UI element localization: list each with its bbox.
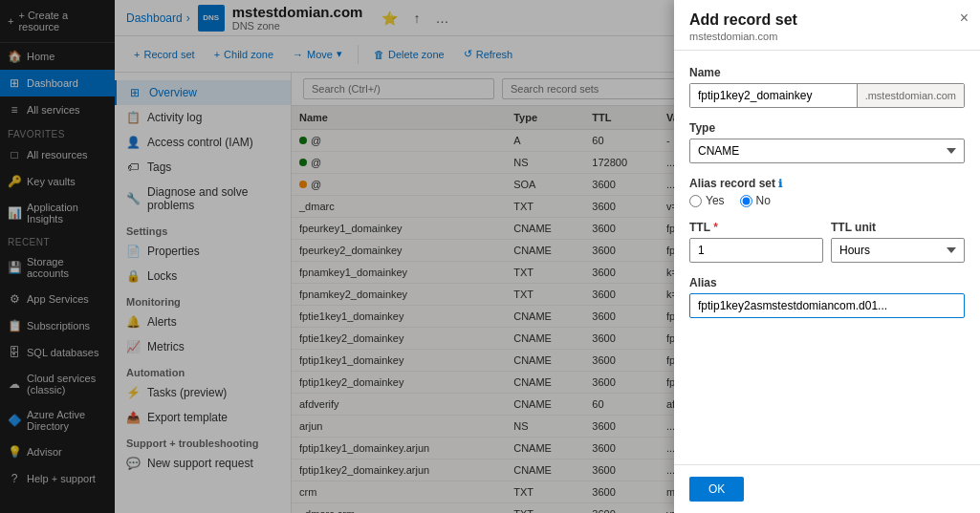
panel-header: Add record set mstestdomian.com × xyxy=(674,0,980,51)
alias-no-label[interactable]: No xyxy=(740,194,771,207)
alias-input[interactable] xyxy=(689,293,965,318)
name-form-group: Name .mstestdomian.com xyxy=(689,66,965,108)
panel-subtitle: mstestdomian.com xyxy=(689,31,965,42)
ttl-unit-label: TTL unit xyxy=(831,221,965,234)
ok-button[interactable]: OK xyxy=(689,477,744,502)
panel-close-button[interactable]: × xyxy=(960,10,969,27)
type-label: Type xyxy=(689,121,965,135)
ttl-row: TTL * TTL unit Seconds Minutes Hours Day… xyxy=(689,221,965,276)
type-form-group: Type CNAME A AAAA CAA MX NS PTR SOA SRV … xyxy=(689,121,965,163)
ttl-input[interactable] xyxy=(689,238,823,263)
name-input-wrapper: .mstestdomian.com xyxy=(689,83,965,108)
alias-record-form-group: Alias record set ℹ Yes No xyxy=(689,177,965,207)
type-select[interactable]: CNAME A AAAA CAA MX NS PTR SOA SRV TXT xyxy=(689,139,965,163)
panel-footer: OK xyxy=(674,464,980,513)
name-input[interactable] xyxy=(690,84,857,107)
ttl-label: TTL * xyxy=(689,221,823,234)
name-label: Name xyxy=(689,66,965,79)
ttl-unit-select[interactable]: Seconds Minutes Hours Days xyxy=(831,238,965,263)
panel-body: Name .mstestdomian.com Type CNAME A AAAA… xyxy=(674,51,980,464)
alias-yes-label[interactable]: Yes xyxy=(689,194,725,207)
ttl-form-group: TTL * xyxy=(689,221,823,263)
alias-record-label: Alias record set ℹ xyxy=(689,177,965,190)
alias-no-radio[interactable] xyxy=(740,195,752,207)
alias-yes-radio[interactable] xyxy=(689,195,702,207)
add-record-set-panel: Add record set mstestdomian.com × Name .… xyxy=(674,0,980,513)
alias-label: Alias xyxy=(689,276,965,289)
alias-info-icon[interactable]: ℹ xyxy=(778,178,782,189)
alias-form-group: Alias xyxy=(689,276,965,318)
alias-radio-group: Yes No xyxy=(689,194,965,207)
name-suffix: .mstestdomian.com xyxy=(857,84,964,107)
ttl-unit-form-group: TTL unit Seconds Minutes Hours Days xyxy=(831,221,965,263)
panel-title: Add record set xyxy=(689,11,965,29)
